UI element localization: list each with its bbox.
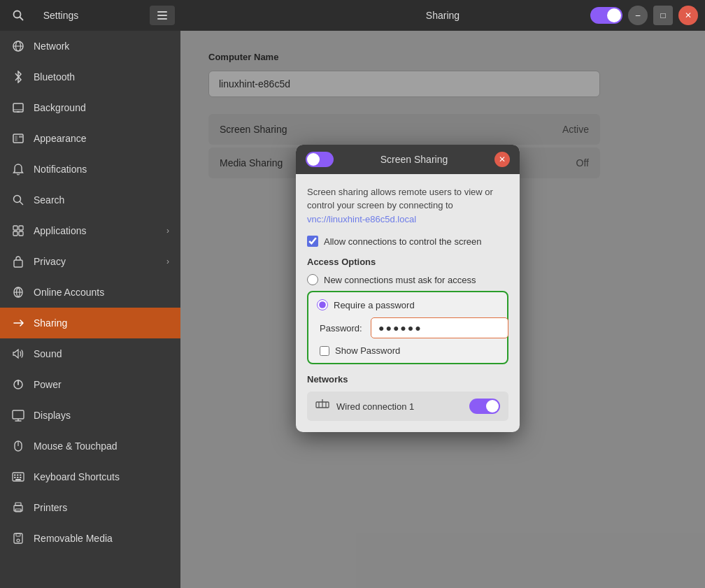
sharing-icon [11, 316, 25, 330]
titlebar-left: Settings [0, 3, 180, 28]
allow-connections-label: Allow connections to control the screen [324, 236, 481, 247]
privacy-label: Privacy [34, 256, 158, 267]
svg-rect-10 [19, 136, 22, 138]
applications-label: Applications [34, 225, 158, 236]
appearance-label: Appearance [34, 133, 169, 144]
radio-ask-access[interactable] [307, 274, 318, 285]
sidebar-item-keyboard-shortcuts[interactable]: Keyboard Shortcuts [0, 461, 180, 492]
network-icon [11, 39, 25, 53]
keyboard-shortcuts-label: Keyboard Shortcuts [34, 471, 169, 482]
power-icon [11, 378, 25, 392]
svg-rect-27 [17, 475, 19, 476]
sidebar-item-bluetooth[interactable]: Bluetooth [0, 62, 180, 92]
radio-require-password-label: Require a password [334, 300, 415, 310]
dialog-body: Screen sharing allows remote users to vi… [296, 174, 520, 433]
networks-title: Networks [307, 374, 508, 385]
maximize-button[interactable]: □ [653, 6, 673, 25]
notifications-icon [11, 162, 25, 176]
dialog-toggle[interactable] [306, 152, 334, 167]
allow-connections-checkbox[interactable] [307, 236, 318, 247]
sharing-label: Sharing [34, 317, 169, 329]
sidebar: Network Bluetooth Back [0, 31, 180, 588]
radio-ask-access-label: New connections must ask for access [324, 275, 476, 285]
privacy-icon [11, 254, 25, 268]
displays-label: Displays [34, 410, 169, 421]
network-name: Wired connection 1 [336, 401, 462, 412]
svg-point-38 [17, 539, 20, 542]
sidebar-item-privacy[interactable]: Privacy › [0, 246, 180, 277]
password-label: Password: [320, 323, 365, 334]
svg-rect-14 [19, 226, 23, 230]
mouse-touchpad-label: Mouse & Touchpad [34, 440, 169, 452]
sidebar-item-printers[interactable]: Printers [0, 492, 180, 523]
titlebar-right: Sharing – □ ✕ [180, 10, 705, 21]
printers-icon [11, 501, 25, 515]
modal-backdrop: Screen Sharing ✕ Screen sharing allows r… [180, 31, 705, 588]
titlebar: Settings Sharing – □ ✕ [0, 0, 705, 31]
svg-rect-30 [17, 477, 19, 478]
vnc-link[interactable]: vnc://linuxhint-e86c5d.local [307, 214, 416, 224]
sound-label: Sound [34, 348, 169, 359]
dialog-description: Screen sharing allows remote users to vi… [307, 185, 508, 227]
sidebar-item-notifications[interactable]: Notifications [0, 154, 180, 185]
app-window: Settings Sharing – □ ✕ [0, 0, 705, 588]
dialog-close-button[interactable]: ✕ [494, 152, 510, 167]
power-label: Power [34, 379, 169, 390]
network-toggle[interactable] [469, 399, 500, 414]
show-password-row: Show Password [317, 345, 499, 356]
minimize-button[interactable]: – [628, 6, 648, 25]
printers-label: Printers [34, 502, 169, 513]
applications-icon [11, 224, 25, 238]
privacy-chevron-icon: › [166, 257, 169, 266]
show-password-checkbox[interactable] [320, 346, 329, 356]
search-sidebar-icon [11, 193, 25, 207]
menu-icon[interactable] [150, 6, 175, 25]
sidebar-item-displays[interactable]: Displays [0, 400, 180, 431]
dialog-titlebar: Screen Sharing ✕ [296, 145, 520, 174]
svg-rect-17 [14, 260, 22, 267]
svg-rect-5 [13, 103, 23, 112]
background-label: Background [34, 102, 169, 113]
svg-rect-15 [13, 231, 17, 236]
screen-sharing-dialog: Screen Sharing ✕ Screen sharing allows r… [296, 145, 520, 433]
password-input-row: Password: [317, 317, 499, 338]
svg-rect-35 [15, 509, 21, 512]
svg-rect-26 [14, 475, 16, 476]
sidebar-item-appearance[interactable]: Appearance [0, 123, 180, 154]
removable-media-icon [11, 531, 25, 545]
sidebar-item-mouse-touchpad[interactable]: Mouse & Touchpad [0, 431, 180, 461]
sidebar-item-removable-media[interactable]: Removable Media [0, 523, 180, 554]
sidebar-item-network[interactable]: Network [0, 31, 180, 62]
bluetooth-icon [11, 70, 25, 84]
displays-icon [11, 408, 25, 422]
sound-icon [11, 347, 25, 361]
online-accounts-icon [11, 285, 25, 299]
sidebar-item-applications[interactable]: Applications › [0, 215, 180, 246]
close-button[interactable]: ✕ [678, 6, 698, 25]
sharing-main-toggle[interactable] [590, 7, 622, 24]
network-wired-icon [315, 399, 329, 413]
svg-rect-29 [14, 477, 16, 478]
network-label: Network [34, 41, 169, 52]
removable-media-label: Removable Media [34, 533, 169, 544]
password-section: Require a password Password: Show Passwo… [307, 291, 508, 364]
sidebar-item-search[interactable]: Search [0, 185, 180, 215]
sidebar-item-background[interactable]: Background [0, 92, 180, 123]
svg-line-12 [20, 202, 23, 205]
svg-rect-13 [13, 226, 17, 230]
settings-title: Settings [0, 10, 143, 21]
applications-chevron-icon: › [166, 226, 169, 236]
green-arrow-icon [518, 298, 520, 326]
svg-rect-20 [13, 410, 24, 419]
sidebar-item-power[interactable]: Power [0, 369, 180, 400]
password-input[interactable] [371, 317, 508, 338]
radio-require-password[interactable] [317, 299, 328, 310]
sidebar-item-sharing[interactable]: Sharing [0, 308, 180, 338]
sidebar-item-online-accounts[interactable]: Online Accounts [0, 277, 180, 308]
radio-password-row: Require a password [317, 299, 499, 310]
search-label: Search [34, 194, 169, 206]
svg-rect-32 [15, 479, 21, 480]
sidebar-item-sound[interactable]: Sound [0, 338, 180, 369]
sharing-title: Sharing [426, 10, 460, 21]
radio-ask-access-row: New connections must ask for access [307, 274, 508, 285]
